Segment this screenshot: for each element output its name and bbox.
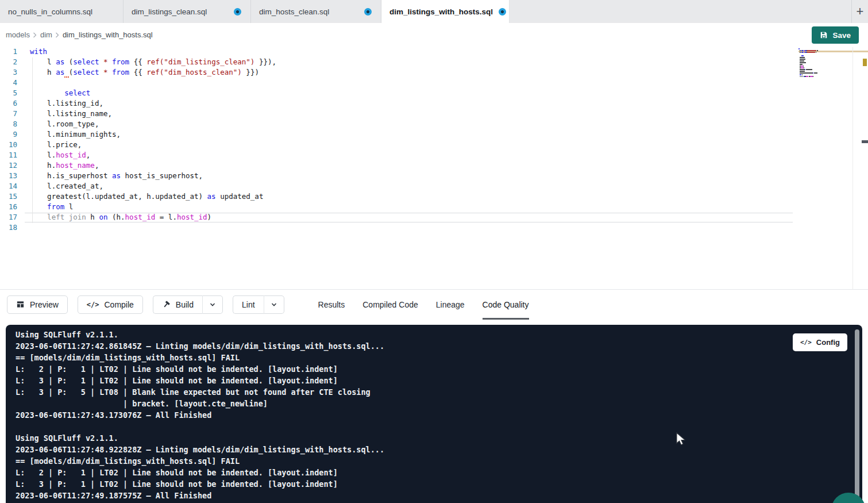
code-line: l.listing_name, [30,109,276,120]
minimap-divider [852,47,853,289]
save-button-label: Save [832,31,851,40]
tab-label: no_nulls_in_columns.sql [8,7,92,16]
code-line: with [30,47,276,57]
line-number: 12 [0,161,17,171]
editor-tab-bar: no_nulls_in_columns.sqldim_listings_clea… [0,0,868,23]
chevron-right-icon [55,32,60,38]
code-line [30,78,276,89]
results-panel-tabs: ResultsCompiled CodeLineageCode Quality [318,290,529,320]
breadcrumb-filename: dim_listings_with_hosts.sql [63,30,153,39]
code-line [30,223,276,233]
breadcrumb: models dim dim_listings_with_hosts.sql [6,30,153,39]
tab-label: dim_listings_with_hosts.sql [389,7,493,16]
line-number: 2 [0,57,17,68]
code-lines: with l as (select * from {{ ref("dim_lis… [30,47,276,233]
tab-strip: no_nulls_in_columns.sqldim_listings_clea… [0,0,510,23]
modified-dot-icon [234,8,241,16]
breadcrumb-dim[interactable]: dim [40,30,52,39]
terminal-line: L: 2 | P: 1 | LT02 | Line should not be … [16,468,862,479]
line-number: 16 [0,202,17,213]
panel-tab-code-quality[interactable]: Code Quality [483,290,529,320]
line-number: 5 [0,89,17,99]
action-bar: Preview </> Compile Build Lint [0,289,868,319]
chevron-down-icon [209,301,216,308]
code-line: select [30,89,276,99]
new-tab-button[interactable]: + [851,0,868,23]
editor-tab[interactable]: dim_listings_with_hosts.sql [381,0,510,23]
minimap[interactable] [798,48,842,79]
panel-tab-compiled-code[interactable]: Compiled Code [362,290,418,320]
code-line: h.host_name, [30,161,276,171]
terminal-line: 2023-06-06T11:27:49.187575Z — All Finish… [16,491,862,502]
terminal-line: | bracket. [layout.cte_newline] [16,399,862,410]
terminal-line: 2023-06-06T11:27:48.922828Z — Linting mo… [16,445,862,456]
terminal-line: Using SQLFluff v2.1.1. [16,330,862,341]
line-number: 15 [0,192,17,202]
terminal-line: 2023-06-06T11:27:42.861845Z — Linting mo… [16,341,862,353]
line-number: 8 [0,120,17,130]
line-number: 13 [0,171,17,182]
code-line: greatest(l.updated_at, h.updated_at) as … [30,192,276,202]
config-button[interactable]: </> Config [793,333,847,351]
modified-dot-icon [364,8,372,16]
panel-tab-lineage[interactable]: Lineage [436,290,465,320]
config-button-label: Config [816,338,840,347]
table-preview-icon [16,300,25,309]
line-number: 3 [0,68,17,78]
code-line: h as (select * from {{ ref("dim_hosts_cl… [30,68,276,78]
terminal-scrollbar[interactable] [855,329,859,503]
line-number: 4 [0,78,17,89]
breadcrumb-models[interactable]: models [6,30,30,39]
line-number: 18 [0,223,17,233]
save-button[interactable]: Save [812,26,859,44]
build-button-group: Build [153,295,223,314]
lint-button[interactable]: Lint [233,295,264,314]
editor-tab[interactable]: dim_hosts_clean.sql [251,0,381,23]
build-button-label: Build [176,300,194,309]
terminal-line: 2023-06-06T11:27:43.173076Z — All Finish… [16,410,862,422]
editor-tab[interactable]: no_nulls_in_columns.sql [0,0,124,23]
line-number: 1 [0,47,17,57]
tab-label: dim_listings_clean.sql [132,7,207,16]
code-line: from l [30,202,276,213]
modified-dot-icon [499,8,506,16]
compile-button[interactable]: </> Compile [78,295,143,314]
line-number: 11 [0,151,17,161]
code-line: l.listing_id, [30,99,276,109]
build-dropdown-button[interactable] [202,295,223,314]
terminal-output: Using SQLFluff v2.1.1.2023-06-06T11:27:4… [6,325,862,502]
lint-button-group: Lint [233,295,284,314]
overview-ruler-warning-marker [863,59,867,66]
terminal-line: L: 3 | P: 5 | LT08 | Blank line expected… [16,387,862,399]
build-button[interactable]: Build [153,295,202,314]
terminal-line: L: 3 | P: 1 | LT02 | Line should not be … [16,376,862,387]
terminal-line: Using SQLFluff v2.1.1. [16,433,862,445]
code-line: l.price, [30,140,276,151]
code-line: l.host_id, [30,151,276,161]
code-line: h.is_superhost as host_is_superhost, [30,171,276,182]
code-line: left join h on (h.host_id = l.host_id) [30,213,276,223]
code-line: l.created_at, [30,182,276,192]
tab-label: dim_hosts_clean.sql [259,7,329,16]
terminal-line: == [models/dim/dim_listings_with_hosts.s… [16,456,862,468]
code-line: l as (select * from {{ ref("dim_listings… [30,57,276,68]
editor-tab[interactable]: dim_listings_clean.sql [124,0,251,23]
chevron-right-icon [33,32,37,38]
code-brackets-icon: </> [87,301,99,309]
code-line: l.minimum_nights, [30,130,276,140]
terminal-line: == [models/dim/dim_listings_with_hosts.s… [16,353,862,364]
overview-ruler-cursor-marker [862,140,868,143]
code-editor[interactable]: 123456789101112131415161718 with l as (s… [0,47,868,289]
line-number: 14 [0,182,17,192]
code-brackets-icon: </> [800,339,812,346]
hammer-icon [162,300,171,309]
line-number: 17 [0,213,17,223]
chevron-down-icon [271,301,277,308]
preview-button[interactable]: Preview [7,295,68,314]
line-number: 9 [0,130,17,140]
plus-icon: + [857,4,864,19]
lint-button-label: Lint [242,300,255,309]
lint-dropdown-button[interactable] [264,295,284,314]
panel-tab-results[interactable]: Results [318,290,345,320]
line-number: 10 [0,140,17,151]
